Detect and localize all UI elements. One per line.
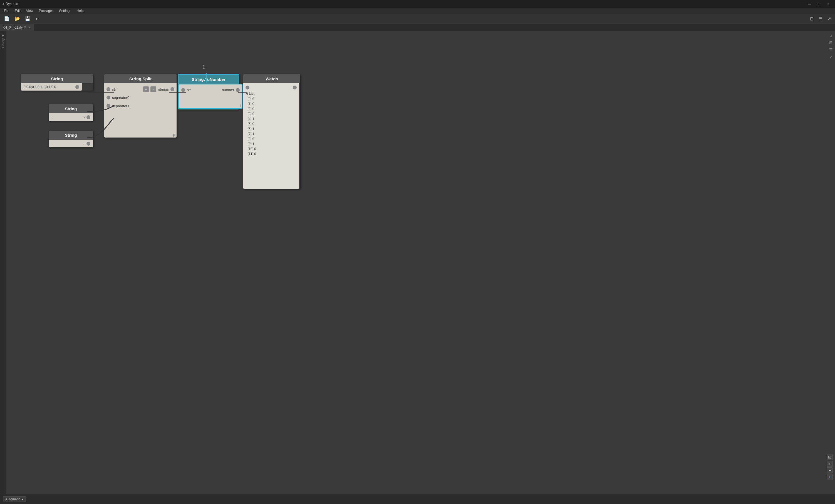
watch-item-11-index: [11] <box>248 152 253 156</box>
view-toggle-button[interactable]: ⊞ <box>808 15 815 22</box>
expand-icon[interactable]: ⤢ <box>828 54 833 60</box>
resize-handle[interactable]: | <box>173 134 176 136</box>
watch-item-8-value: 0 <box>252 137 254 141</box>
string-node-3-value: , <box>52 142 82 146</box>
menu-file[interactable]: File <box>1 8 12 13</box>
app-title: Dynamo <box>5 2 18 6</box>
watch-item-0-index: [0] <box>248 97 251 101</box>
maximize-button[interactable]: □ <box>814 1 823 7</box>
string-split-sep1-label: separater1 <box>112 104 129 108</box>
fit-zoom-button[interactable]: ⊡ <box>827 454 833 460</box>
string-node-1-output-port[interactable] <box>75 85 79 89</box>
zoom-out-button[interactable]: − <box>827 467 833 474</box>
library-expand-icon[interactable]: ▶ <box>2 33 4 37</box>
watch-item-10-index: [10] <box>248 147 253 151</box>
fullscreen-button[interactable]: ⤢ <box>826 15 833 22</box>
string-split-header: String.Split <box>104 74 177 83</box>
watch-output-port[interactable] <box>293 86 297 89</box>
menu-view[interactable]: View <box>23 8 36 13</box>
watch-item-1-value: 0 <box>252 102 254 106</box>
watch-item-2-index: [2] <box>248 107 251 111</box>
watch-list-header: ◀ List <box>243 90 299 97</box>
watch-item-4-index: [4] <box>248 117 251 121</box>
string-split-strings-label: strings <box>158 87 169 91</box>
string-tonumber-header: String.ToNumber <box>179 75 239 84</box>
watch-item-0-value: 0 <box>252 97 254 101</box>
string-split-sep1-input-port[interactable] <box>106 104 110 108</box>
watch-item-6-index: [6] <box>248 127 251 131</box>
menu-edit[interactable]: Edit <box>12 8 23 13</box>
watch-item-6-value: 1 <box>252 127 254 131</box>
tonumber-resize: | <box>240 104 241 107</box>
watch-body: ◀ List [0] 0 [1] 0 [2] 0 [3] 0 [4] <box>243 83 299 189</box>
watch-item-3-value: 0 <box>252 112 254 116</box>
add-node-button[interactable]: + <box>827 474 833 480</box>
undo-button[interactable]: ↩ <box>34 15 41 22</box>
split-remove-button[interactable]: - <box>150 86 156 92</box>
watch-header: Watch <box>243 74 300 83</box>
menu-help[interactable]: Help <box>74 8 86 13</box>
new-button[interactable]: 📄 <box>2 15 11 22</box>
string-split-sep1-row: separater1 <box>104 102 177 110</box>
string-tonumber-input-label: str <box>187 88 191 92</box>
string-tonumber-output-port[interactable] <box>236 88 240 92</box>
string-node-3-port-label: > <box>83 142 85 146</box>
zoom-in-button[interactable]: + <box>827 461 833 467</box>
string-node-3-title: String <box>65 133 77 138</box>
watch-item-9-index: [9] <box>248 142 251 146</box>
tab-close-icon[interactable]: ✕ <box>28 26 30 29</box>
home-icon[interactable]: ⌂ <box>829 32 833 38</box>
watch-list-item-4: [4] 1 <box>243 117 299 121</box>
string-split-str-label: str <box>112 87 116 91</box>
string-node-1-title: String <box>51 77 63 81</box>
window-controls: — □ × <box>805 1 833 7</box>
string-node-3-output-port[interactable] <box>86 142 90 146</box>
string-tonumber-node: String.ToNumber str number | <box>178 74 239 109</box>
string-split-str-input-port[interactable] <box>106 87 110 91</box>
string-node-1: String 0,0,0;0,1,0;1,1,0;1,0,0 <box>21 74 93 90</box>
library-panel: ▶ Library <box>0 31 6 494</box>
string-node-2-value: ; <box>52 115 82 119</box>
watch-item-3-index: [3] <box>248 112 251 116</box>
open-button[interactable]: 📂 <box>13 15 22 22</box>
string-split-node: String.Split str + - strings separater0 <box>104 74 177 138</box>
watch-list-item-0: [0] 0 <box>243 97 299 101</box>
string-split-title: String.Split <box>129 77 151 81</box>
minimize-button[interactable]: — <box>805 1 814 7</box>
run-mode-dropdown-icon: ▾ <box>22 497 23 501</box>
run-mode-dropdown[interactable]: Automatic ▾ <box>3 496 26 502</box>
zoom-controls: ⊡ + − + <box>827 454 833 480</box>
split-add-button[interactable]: + <box>143 86 149 92</box>
string-node-1-value: 0,0,0;0,1,0;1,1,0;1,0,0 <box>24 85 72 89</box>
layout-button[interactable]: ☰ <box>817 15 824 22</box>
menu-settings[interactable]: Settings <box>57 8 74 13</box>
library-label[interactable]: Library <box>1 38 5 48</box>
watch-list-item-6: [6] 1 <box>243 126 299 131</box>
watch-input-port[interactable] <box>246 86 249 89</box>
watch-list-item-1: [1] 0 <box>243 101 299 106</box>
triangle-icon: ◀ <box>246 92 248 95</box>
watch-list-item-2: [2] 0 <box>243 106 299 111</box>
watch-item-9-value: 1 <box>252 142 254 146</box>
menu-packages[interactable]: Packages <box>36 8 57 13</box>
float-value-label: 1 <box>202 64 205 70</box>
save-button[interactable]: 💾 <box>23 15 32 22</box>
watch-item-7-value: 1 <box>252 132 254 136</box>
grid-icon[interactable]: ⊞ <box>828 39 833 46</box>
string-node-2-title: String <box>65 106 77 111</box>
string-tonumber-input-port[interactable] <box>181 88 185 92</box>
string-tonumber-output-label: number <box>222 88 234 92</box>
close-button[interactable]: × <box>824 1 833 7</box>
right-panel: ⌂ ⊞ ☰ ⤢ <box>827 31 835 60</box>
string-split-output-port[interactable] <box>170 87 174 91</box>
string-node-2-port-label: > <box>83 115 85 119</box>
menu-bar: File Edit View Packages Settings Help <box>0 8 835 14</box>
string-node-1-body: 0,0,0;0,1,0;1,1,0;1,0,0 <box>21 83 82 90</box>
string-split-sep0-input-port[interactable] <box>106 96 110 100</box>
canvas[interactable]: ▶ Library ⌂ ⊞ ☰ ⤢ 1 String 0,0,0;0,1,0;1… <box>0 31 835 494</box>
tab-main[interactable]: 04_04_01.dyn* ✕ <box>0 24 34 31</box>
watch-node: Watch ◀ List [0] 0 [1] 0 <box>243 74 300 189</box>
string-node-2-output-port[interactable] <box>86 115 90 119</box>
list-icon[interactable]: ☰ <box>828 47 834 53</box>
run-mode-label: Automatic <box>5 497 20 501</box>
